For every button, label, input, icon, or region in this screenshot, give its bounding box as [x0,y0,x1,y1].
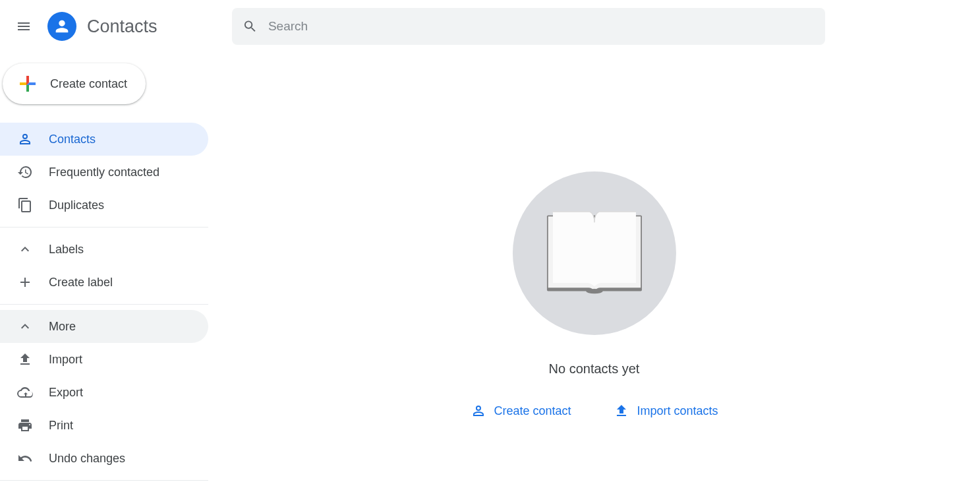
sidebar-labels-header[interactable]: Labels [0,233,208,266]
logo-area: Contacts [47,12,227,41]
divider [0,480,208,481]
upload-icon [17,351,33,367]
sidebar-item-export[interactable]: Export [0,376,208,409]
svg-point-1 [586,289,602,293]
nav-label: Duplicates [49,198,104,212]
nav-label: Import [49,353,82,367]
upload-icon [614,403,629,419]
import-contacts-action[interactable]: Import contacts [614,403,718,419]
sidebar-item-frequently-contacted[interactable]: Frequently contacted [0,156,208,189]
create-contact-action[interactable]: Create contact [470,403,571,419]
divider [0,304,208,305]
person-outline-icon [17,131,33,147]
cloud-download-icon [17,384,33,400]
sidebar-item-print[interactable]: Print [0,409,208,442]
sidebar-item-contacts[interactable]: Contacts [0,123,208,156]
sidebar-more-header[interactable]: More [0,310,208,343]
main-menu-button[interactable] [8,11,40,42]
create-contact-label: Create contact [50,77,127,91]
nav-label: Undo changes [49,452,125,466]
sidebar-item-import[interactable]: Import [0,343,208,376]
person-icon [53,17,71,36]
action-label: Create contact [494,404,571,418]
chevron-up-icon [17,319,33,334]
empty-state-message: No contacts yet [549,361,640,377]
search-input[interactable] [268,19,815,34]
main-content: No contacts yet Create contact Import co… [208,53,980,488]
nav-label: Frequently contacted [49,166,159,179]
nav-label: Create label [49,276,113,290]
menu-icon [16,18,32,34]
history-icon [17,164,33,180]
app-logo [47,12,76,41]
sidebar-create-label[interactable]: Create label [0,266,208,299]
empty-state: No contacts yet Create contact Import co… [470,171,718,419]
action-label: Import contacts [637,404,718,418]
add-icon [17,274,33,290]
search-icon [243,18,258,34]
book-icon [534,194,653,313]
chevron-up-icon [17,241,33,257]
nav-label: More [49,320,76,334]
divider [0,227,208,228]
sidebar: Create contact Contacts Frequently conta… [0,53,208,488]
copy-icon [17,197,33,213]
person-outline-icon [470,403,486,419]
empty-state-illustration [512,171,676,335]
plus-icon [16,72,40,96]
sidebar-item-duplicates[interactable]: Duplicates [0,189,208,222]
nav-label: Export [49,386,83,400]
print-icon [17,417,33,433]
sidebar-item-undo-changes[interactable]: Undo changes [0,442,208,475]
search-bar[interactable] [232,8,825,45]
nav-label: Print [49,419,73,433]
undo-icon [17,450,33,466]
nav-label: Contacts [49,133,96,146]
create-contact-button[interactable]: Create contact [3,63,146,104]
app-title: Contacts [87,16,158,37]
header: Contacts [0,0,980,53]
nav-label: Labels [49,243,84,257]
